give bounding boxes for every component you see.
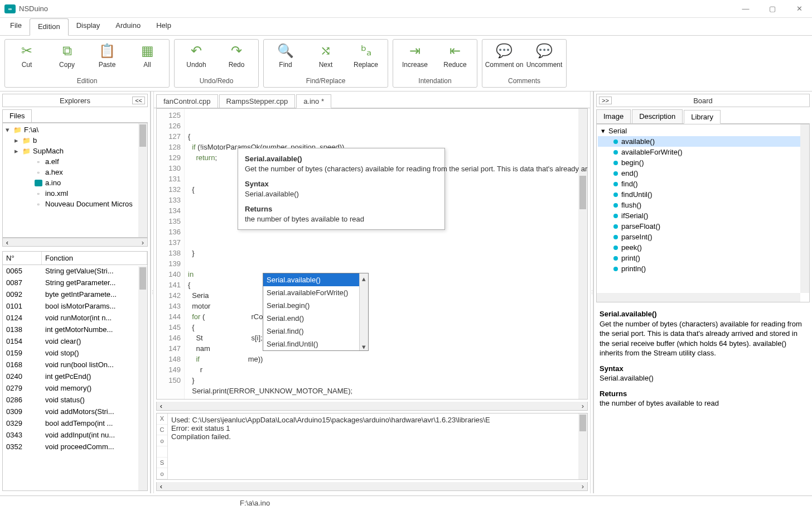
cut-button[interactable]: ✂Cut — [7, 42, 46, 69]
copy-button[interactable]: ⧉Copy — [47, 42, 86, 69]
minimize-button[interactable]: — — [737, 4, 754, 13]
code-editor[interactable]: 1251261271281291301311321331341351361371… — [156, 108, 588, 400]
editor-vscroll[interactable] — [578, 109, 587, 399]
board-tab-image[interactable]: Image — [596, 109, 631, 123]
console-side-btn[interactable]: o — [157, 468, 167, 479]
console-hscroll[interactable]: ‹› — [156, 482, 588, 491]
tree-vscroll[interactable] — [138, 123, 147, 237]
autocomplete-item[interactable]: Serial.available() — [263, 273, 368, 286]
autocomplete-item[interactable]: Serial.availableForWrite() — [263, 286, 368, 299]
find-button[interactable]: 🔍Find — [266, 42, 305, 69]
func-col-num[interactable]: N° — [3, 252, 42, 264]
tree-item[interactable]: ▫ino.xml — [4, 188, 146, 199]
function-row[interactable]: 0309void addMotors(Stri... — [3, 406, 147, 417]
comment-on-button[interactable]: 💬Comment on — [485, 42, 524, 69]
next-button[interactable]: ⤭Next — [306, 42, 345, 69]
function-list[interactable]: N° Fonction 0065String getValue(Stri...0… — [2, 251, 148, 491]
function-row[interactable]: 0168void run(bool listOn... — [3, 359, 147, 371]
console-line: Used: C:\Users\jeanluc\AppData\Local\Ard… — [171, 416, 584, 424]
lib-item[interactable]: flush() — [598, 200, 808, 210]
function-row[interactable]: 0352void proceedComm... — [3, 441, 147, 453]
function-row[interactable]: 0092byte getIntParamete... — [3, 288, 147, 300]
console-side-btn[interactable]: S — [157, 458, 167, 469]
lib-item[interactable]: find() — [598, 179, 808, 189]
function-row[interactable]: 0279void memory() — [3, 382, 147, 394]
collapse-explorers-button[interactable]: << — [132, 97, 145, 104]
function-row[interactable]: 0286void status() — [3, 394, 147, 406]
lib-item[interactable]: parseFloat() — [598, 221, 808, 232]
tree-hscroll[interactable]: ‹› — [2, 238, 148, 247]
menu-display[interactable]: Display — [69, 18, 108, 35]
library-tree[interactable]: ▾Serial available()availableForWrite()be… — [596, 124, 810, 302]
close-button[interactable]: ✕ — [791, 4, 808, 13]
reduce-button[interactable]: ⇤Reduce — [436, 42, 475, 69]
function-row[interactable]: 0240int getPcEnd() — [3, 371, 147, 382]
func-col-name[interactable]: Fonction — [42, 252, 147, 264]
code-area[interactable]: { if (!isMotorParamsOk(number, position,… — [185, 109, 587, 399]
function-row[interactable]: 0138int getMotorNumbe... — [3, 324, 147, 335]
lib-item[interactable]: parseInt() — [598, 232, 808, 242]
collapse-board-button[interactable]: >> — [599, 97, 612, 104]
console-vscroll[interactable] — [578, 413, 587, 479]
tree-item[interactable]: ▫a.elf — [4, 156, 146, 167]
tree-item[interactable]: ▫a.hex — [4, 167, 146, 177]
paste-button[interactable]: 📋Paste — [88, 42, 127, 69]
lib-item[interactable]: peek() — [598, 242, 808, 253]
menu-edition[interactable]: Edition — [30, 18, 69, 36]
lib-vscroll[interactable] — [800, 124, 809, 293]
lib-item[interactable]: end() — [598, 168, 808, 179]
lib-item[interactable]: ifSerial() — [598, 210, 808, 221]
function-row[interactable]: 0159void stop() — [3, 347, 147, 359]
function-row[interactable]: 0101bool isMotorParams... — [3, 300, 147, 312]
menu-arduino[interactable]: Arduino — [108, 18, 148, 35]
tree-item[interactable]: ▸📁SupMach — [4, 146, 146, 156]
function-row[interactable]: 0154void clear() — [3, 335, 147, 347]
uncomment-button[interactable]: 💬Uncomment — [525, 42, 564, 69]
autocomplete-popup[interactable]: Serial.available()Serial.availableForWri… — [263, 273, 369, 351]
lib-hscroll[interactable] — [597, 293, 800, 302]
all-button[interactable]: ▦All — [128, 42, 167, 69]
editor-hscroll[interactable]: ‹› — [156, 402, 588, 411]
lib-item[interactable]: findUntil() — [598, 189, 808, 200]
autocomplete-item[interactable]: Serial.end() — [263, 312, 368, 325]
redo-button[interactable]: ↷Redo — [217, 42, 256, 69]
menu-help[interactable]: Help — [148, 18, 179, 35]
editor-tab[interactable]: a.ino * — [296, 94, 331, 108]
console-side-btn[interactable]: o — [157, 435, 167, 446]
board-tab-library[interactable]: Library — [684, 110, 721, 124]
replace-button[interactable]: ᵇₐReplace — [346, 42, 385, 69]
function-row[interactable]: 0087String getParameter... — [3, 277, 147, 288]
autocomplete-scroll[interactable]: ▴▾ — [359, 273, 368, 350]
lib-item[interactable]: println() — [598, 263, 808, 274]
console-side-btn[interactable]: X — [157, 413, 167, 425]
console-side-btn[interactable]: C — [157, 425, 167, 436]
function-row[interactable]: 0065String getValue(Stri... — [3, 265, 147, 277]
function-row[interactable]: 0329bool addTempo(int ... — [3, 417, 147, 429]
board-tab-description[interactable]: Description — [632, 109, 683, 123]
maximize-button[interactable]: ▢ — [764, 4, 781, 13]
console-side-btn[interactable] — [157, 446, 167, 458]
editor-tab[interactable]: fanControl.cpp — [156, 94, 218, 108]
func-vscroll[interactable] — [138, 266, 147, 490]
lib-item[interactable]: begin() — [598, 157, 808, 168]
tree-item[interactable]: ▫Nouveau Document Micros — [4, 199, 146, 209]
lib-root[interactable]: ▾Serial — [598, 126, 808, 136]
tree-item[interactable]: ▸📁b — [4, 135, 146, 146]
function-row[interactable]: 0124void runMotor(int n... — [3, 312, 147, 324]
files-tab[interactable]: Files — [2, 109, 32, 122]
lib-item[interactable]: print() — [598, 253, 808, 263]
file-tree[interactable]: ▾📁F:\a\ ▸📁b▸📁SupMach▫a.elf▫a.hexa.ino▫in… — [2, 123, 148, 238]
autocomplete-item[interactable]: Serial.begin() — [263, 299, 368, 312]
ribbon-btn-label: Paste — [99, 61, 116, 69]
tree-item[interactable]: a.ino — [4, 177, 146, 188]
lib-item[interactable]: available() — [598, 136, 808, 147]
autocomplete-item[interactable]: Serial.find() — [263, 325, 368, 338]
tree-root[interactable]: ▾📁F:\a\ — [4, 124, 146, 135]
menu-file[interactable]: File — [2, 18, 30, 35]
autocomplete-item[interactable]: Serial.findUntil() — [263, 338, 368, 350]
function-row[interactable]: 0343void addInput(int nu... — [3, 429, 147, 441]
increase-button[interactable]: ⇥Increase — [395, 42, 434, 69]
lib-item[interactable]: availableForWrite() — [598, 147, 808, 157]
editor-tab[interactable]: RampsStepper.cpp — [219, 94, 296, 108]
undoh-button[interactable]: ↶Undoh — [177, 42, 216, 69]
